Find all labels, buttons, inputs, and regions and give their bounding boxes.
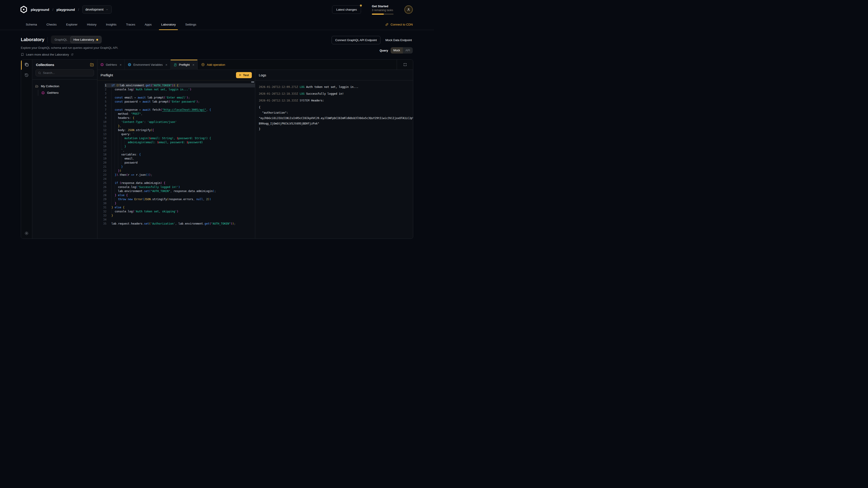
log-entry: 2026-01-26T12:12:09.271Z LOG Auth token … bbox=[259, 84, 413, 90]
tab-environment-variables[interactable]: Environment Variables× bbox=[125, 60, 170, 70]
nav-item-history[interactable]: History bbox=[87, 19, 96, 30]
nav-item-insights[interactable]: Insights bbox=[106, 19, 117, 30]
breadcrumb-project[interactable]: playground bbox=[57, 8, 75, 11]
latest-changes-button[interactable]: Latest changes bbox=[332, 5, 361, 14]
code-line[interactable]: 30 } bbox=[97, 201, 255, 205]
status-dot bbox=[96, 39, 98, 41]
code-line[interactable]: 8 method: "POST", bbox=[97, 112, 255, 116]
nav-item-laboratory[interactable]: Laboratory bbox=[161, 19, 176, 30]
nav-item-explorer[interactable]: Explorer bbox=[66, 19, 78, 30]
code-line[interactable]: 10 'Content-Type': 'application/json' bbox=[97, 120, 255, 124]
code-line[interactable]: 28 } else { bbox=[97, 193, 255, 197]
nav-item-checks[interactable]: Checks bbox=[46, 19, 57, 30]
code-line[interactable]: 13 query: ` bbox=[97, 132, 255, 136]
test-button[interactable]: Test bbox=[236, 72, 252, 78]
code-line[interactable]: 22 }) bbox=[97, 169, 255, 173]
settings-rail-button[interactable] bbox=[24, 231, 29, 235]
close-tab-icon[interactable]: × bbox=[120, 63, 122, 66]
log-entry: 2026-01-26T12:12:18.333Z LOG Successfull… bbox=[259, 91, 413, 96]
history-rail-button[interactable] bbox=[24, 73, 29, 77]
nav-item-schema[interactable]: Schema bbox=[26, 19, 37, 30]
code-line[interactable]: 34 bbox=[97, 218, 255, 222]
code-text: 'Content-Type': 'application/json' bbox=[106, 120, 177, 124]
code-line[interactable]: 35lab.request.headers.set('Authorization… bbox=[97, 222, 255, 226]
operation-row[interactable]: GetHero bbox=[38, 90, 95, 96]
code-line[interactable]: 7 const response = await fetch("http://l… bbox=[97, 108, 255, 112]
code-line[interactable]: 20 password bbox=[97, 161, 255, 165]
get-started-widget[interactable]: Get Started 3 remaining tasks bbox=[372, 4, 394, 15]
code-text: query: ` bbox=[106, 132, 134, 136]
code-line[interactable]: 26 console.log('Successfully logged in!'… bbox=[97, 185, 255, 189]
breadcrumb-org[interactable]: playground bbox=[31, 8, 49, 11]
target-select[interactable]: development bbox=[82, 5, 112, 13]
code-text: console.log('Auth token not set, loggin … bbox=[106, 88, 191, 92]
breadcrumb-separator: / bbox=[78, 8, 79, 11]
collections-search[interactable] bbox=[35, 69, 94, 76]
connect-endpoint-button[interactable]: Connect GraphQL API Endpoint bbox=[332, 36, 380, 44]
code-line[interactable]: 14 mutation Login($email: String!, $pass… bbox=[97, 136, 255, 140]
search-input[interactable] bbox=[43, 71, 92, 74]
code-line[interactable]: 2 console.log('Auth token not set, loggi… bbox=[97, 88, 255, 92]
code-line[interactable]: 16 } bbox=[97, 144, 255, 149]
user-avatar[interactable] bbox=[404, 5, 413, 14]
code-line[interactable]: 19 email, bbox=[97, 157, 255, 161]
line-number: 27 bbox=[97, 189, 106, 193]
add-operation-button[interactable]: Add operation bbox=[197, 60, 229, 70]
code-line[interactable]: 4 const email = await lab.prompt('Enter … bbox=[97, 96, 255, 100]
line-number: 26 bbox=[97, 185, 106, 189]
nav-item-settings[interactable]: Settings bbox=[185, 19, 196, 30]
code-line[interactable]: 25 if (response.data.adminLogin) { bbox=[97, 181, 255, 185]
hive-logo-icon[interactable] bbox=[20, 6, 28, 13]
code-line[interactable]: 31} else { bbox=[97, 205, 255, 209]
preflight-code-editor[interactable]: 1if (!lab.environment.get("AUTH_TOKEN"))… bbox=[97, 80, 255, 238]
code-text bbox=[106, 218, 112, 222]
collections-rail-button[interactable] bbox=[24, 63, 29, 67]
tab-label: Preflight bbox=[179, 63, 190, 66]
search-icon bbox=[38, 71, 41, 74]
close-tab-icon[interactable]: × bbox=[165, 63, 167, 66]
code-line[interactable]: 5 const password = await lab.prompt('Ent… bbox=[97, 100, 255, 104]
code-line[interactable]: 3 bbox=[97, 92, 255, 96]
code-line[interactable]: 9 headers: { bbox=[97, 116, 255, 120]
code-line[interactable]: 12 body: JSON.stringify({ bbox=[97, 128, 255, 132]
fullscreen-button[interactable] bbox=[397, 60, 413, 70]
code-line[interactable]: 15 adminLogin(email: $email, password: $… bbox=[97, 140, 255, 144]
laboratory-header: Laboratory GraphiQL Hive Laboratory Expl… bbox=[0, 30, 434, 56]
mode-hive-laboratory[interactable]: Hive Laboratory bbox=[70, 36, 101, 43]
code-line[interactable]: 18 variables: { bbox=[97, 153, 255, 157]
learn-more-link[interactable]: Learn more about the Laboratory bbox=[21, 53, 118, 56]
code-line[interactable]: 23 }).then(r => r.json()); bbox=[97, 173, 255, 177]
close-tab-icon[interactable]: × bbox=[192, 63, 194, 66]
line-number: 2 bbox=[97, 88, 106, 92]
fullscreen-icon bbox=[403, 63, 407, 66]
query-mode-mock[interactable]: Mock bbox=[391, 47, 403, 54]
code-line[interactable]: 33} bbox=[97, 214, 255, 218]
code-line[interactable]: 24 bbox=[97, 177, 255, 181]
code-line[interactable]: 32 console.log('Auth token set, skipping… bbox=[97, 209, 255, 214]
code-line[interactable]: 6 bbox=[97, 104, 255, 108]
connect-to-cdn-link[interactable]: Connect to CDN bbox=[385, 19, 413, 30]
left-icon-rail bbox=[21, 60, 32, 238]
nav-item-apps[interactable]: Apps bbox=[145, 19, 152, 30]
code-text: const response = await fetch("http://loc… bbox=[106, 108, 211, 112]
tab-preflight[interactable]: Preflight× bbox=[170, 60, 197, 70]
nav-item-traces[interactable]: Traces bbox=[126, 19, 135, 30]
add-collection-button[interactable] bbox=[90, 63, 94, 67]
log-raw-line: "eyJhbGciOiJIUzI1NiIsInR5cCI6IkpXVCJ9.ey… bbox=[259, 116, 413, 121]
code-line[interactable]: 11 }, bbox=[97, 124, 255, 128]
code-line[interactable]: 21 } bbox=[97, 165, 255, 169]
mode-graphiql[interactable]: GraphiQL bbox=[52, 36, 70, 43]
collection-folder-row[interactable]: My Collection bbox=[35, 83, 95, 89]
code-line[interactable]: 29 throw new Error(JSON.stringify(respon… bbox=[97, 197, 255, 201]
editor-scrollbar-thumb[interactable] bbox=[251, 82, 254, 83]
code-text: }, bbox=[106, 124, 121, 128]
code-line[interactable]: 17 `, bbox=[97, 149, 255, 153]
mock-endpoint-button[interactable]: Mock Data Endpoint bbox=[384, 36, 413, 44]
mode-hive-label: Hive Laboratory bbox=[73, 38, 94, 41]
code-line[interactable]: 27 lab.environment.set("AUTH_TOKEN", res… bbox=[97, 189, 255, 193]
query-mode-api[interactable]: API bbox=[403, 47, 413, 54]
latest-changes-wrap: Latest changes bbox=[332, 5, 361, 14]
tab-gethero[interactable]: GetHero× bbox=[97, 60, 125, 70]
code-line[interactable]: 1if (!lab.environment.get("AUTH_TOKEN"))… bbox=[97, 84, 255, 88]
query-label: Query bbox=[379, 49, 388, 52]
